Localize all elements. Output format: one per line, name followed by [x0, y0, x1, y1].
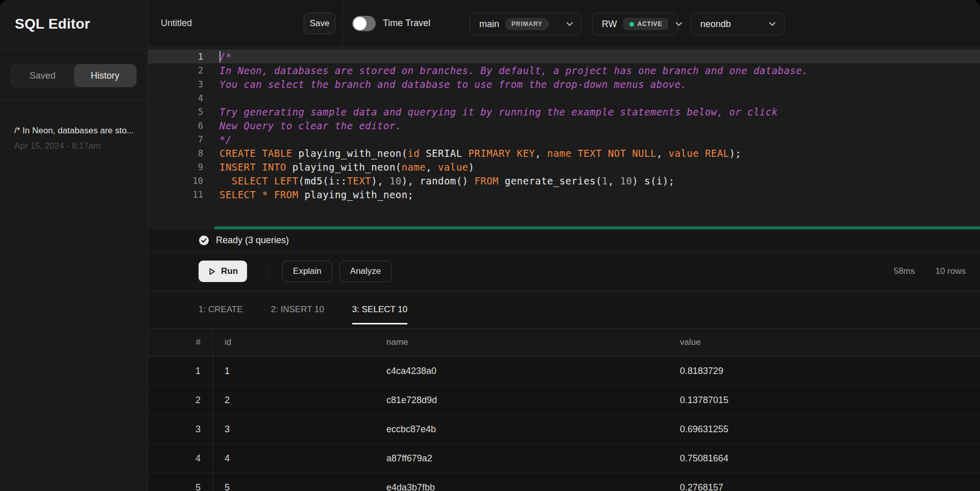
code-text: CREATE TABLE playing_with_neon(id SERIAL…: [214, 148, 742, 159]
history-item[interactable]: /* In Neon, databases are sto... Apr 15,…: [14, 126, 133, 151]
cell-value: 0.8183729: [669, 366, 980, 377]
query-metrics: 58ms 10 rows: [894, 266, 966, 276]
result-tab-2[interactable]: 2: INSERT 10: [271, 291, 324, 328]
code-line[interactable]: 9INSERT INTO playing_with_neon(name, val…: [148, 160, 980, 174]
cell-id: 3: [213, 424, 375, 435]
compute-name: RW: [602, 19, 617, 30]
sidebar-tabs-wrap: Saved History: [0, 49, 148, 100]
code-line[interactable]: 4: [148, 91, 980, 105]
actions-divider: [267, 262, 268, 281]
code-text: */: [214, 134, 232, 145]
chevron-down-icon: [674, 19, 683, 29]
explain-button[interactable]: Explain: [282, 261, 332, 282]
cell-name: eccbc87e4b: [375, 424, 669, 435]
code-line[interactable]: 8CREATE TABLE playing_with_neon(id SERIA…: [148, 146, 980, 160]
analyze-button[interactable]: Analyze: [339, 261, 391, 282]
compute-active-badge: ACTIVE: [623, 18, 669, 30]
branch-selector[interactable]: main PRIMARY: [470, 13, 582, 35]
cell-id: 4: [213, 453, 375, 464]
compute-selector[interactable]: RW ACTIVE: [592, 13, 678, 35]
table-row: 11c4ca4238a00.8183729: [148, 357, 980, 386]
query-row-count: 10 rows: [935, 266, 966, 276]
table-header-row: #idnamevalue: [148, 329, 980, 357]
line-number: 4: [148, 93, 214, 103]
history-item-title: /* In Neon, databases are sto...: [14, 126, 133, 136]
database-selector[interactable]: neondb: [691, 13, 785, 35]
code-line[interactable]: 5Try generating sample data and querying…: [148, 105, 980, 119]
code-line[interactable]: 6New Query to clear the editor.: [148, 119, 980, 132]
topbar-divider: [342, 0, 343, 46]
result-tab-3[interactable]: 3: SELECT 10: [352, 291, 407, 328]
main-panel: Untitled Save Time Travel main PRIMARY R…: [148, 0, 980, 491]
query-title: Untitled: [161, 0, 192, 46]
time-travel-label: Time Travel: [383, 0, 430, 46]
line-number: 10: [148, 176, 214, 186]
line-number: 7: [148, 134, 214, 145]
code-line[interactable]: 10 SELECT LEFT(md5(i::TEXT), 10), random…: [148, 174, 980, 188]
code-text: SELECT * FROM playing_with_neon;: [214, 189, 413, 200]
cell-name: a87ff679a2: [375, 453, 669, 464]
tab-saved[interactable]: Saved: [11, 64, 74, 87]
page-title: SQL Editor: [15, 16, 90, 32]
saved-history-segmented-control: Saved History: [11, 64, 137, 87]
code-text: INSERT INTO playing_with_neon(name, valu…: [214, 161, 474, 173]
cell-value: 0.2768157: [669, 482, 980, 491]
code-text: Try generating sample data and querying …: [214, 106, 778, 118]
cell-name: c4ca4238a0: [375, 366, 669, 377]
code-line[interactable]: 7*/: [148, 132, 980, 146]
line-number: 2: [148, 65, 214, 76]
status-dot-icon: [629, 22, 634, 27]
chevron-down-icon: [565, 19, 574, 29]
sidebar: SQL Editor Saved History /* In Neon, dat…: [0, 0, 148, 491]
code-text: New Query to clear the editor.: [214, 120, 402, 131]
cell-rank: 5: [148, 473, 213, 491]
code-text: In Neon, databases are stored on branche…: [214, 65, 808, 76]
status-row: Ready (3 queries): [148, 229, 980, 252]
result-tab-1[interactable]: 1: CREATE: [199, 291, 243, 328]
line-number: 11: [148, 190, 214, 200]
cell-rank: 2: [148, 386, 213, 414]
code-line[interactable]: 11SELECT * FROM playing_with_neon;: [148, 188, 980, 201]
column-header-value: value: [669, 337, 980, 347]
results-table: #idnamevalue11c4ca4238a00.818372922c81e7…: [148, 329, 980, 491]
cell-id: 5: [213, 482, 375, 491]
code-line[interactable]: 2In Neon, databases are stored on branch…: [148, 63, 980, 77]
status-text: Ready (3 queries): [216, 235, 289, 246]
column-header-rank: #: [148, 329, 213, 356]
branch-primary-badge: PRIMARY: [505, 18, 549, 30]
play-icon: [208, 267, 216, 276]
chevron-down-icon: [768, 19, 777, 29]
code-line[interactable]: 3You can select the branch and database …: [148, 77, 980, 91]
line-number: 9: [148, 162, 214, 172]
cell-value: 0.75081664: [669, 453, 980, 464]
column-header-name: name: [375, 337, 669, 347]
query-duration: 58ms: [894, 266, 915, 276]
cell-id: 1: [213, 366, 375, 377]
toggle-knob-icon: [353, 17, 366, 30]
branch-name: main: [479, 19, 499, 30]
save-button[interactable]: Save: [304, 13, 335, 34]
sql-editor-app: SQL Editor Saved History /* In Neon, dat…: [0, 0, 980, 491]
column-header-id: id: [213, 337, 375, 347]
time-travel-toggle[interactable]: [352, 16, 376, 31]
line-number: 3: [148, 79, 214, 89]
cell-name: e4da3b7fbb: [375, 482, 669, 491]
line-number: 6: [148, 121, 214, 131]
cell-value: 0.13787015: [669, 395, 980, 406]
ready-check-icon: [199, 235, 209, 246]
topbar: Untitled Save Time Travel main PRIMARY R…: [148, 0, 980, 47]
sidebar-header: SQL Editor: [0, 0, 148, 49]
run-button[interactable]: Run: [199, 261, 247, 282]
history-list: /* In Neon, databases are sto... Apr 15,…: [0, 100, 148, 151]
table-row: 55e4da3b7fbb0.2768157: [148, 473, 980, 491]
table-row: 33eccbc87e4b0.69631255: [148, 415, 980, 444]
code-text: You can select the branch and database t…: [214, 79, 687, 90]
sql-code-editor[interactable]: 1/*2In Neon, databases are stored on bra…: [148, 47, 980, 226]
cell-rank: 3: [148, 415, 213, 443]
tab-history[interactable]: History: [74, 64, 137, 87]
cell-value: 0.69631255: [669, 424, 980, 435]
line-number: 5: [148, 107, 214, 117]
cell-name: c81e728d9d: [375, 395, 669, 406]
code-line[interactable]: 1/*: [148, 50, 980, 63]
table-row: 22c81e728d9d0.13787015: [148, 386, 980, 415]
